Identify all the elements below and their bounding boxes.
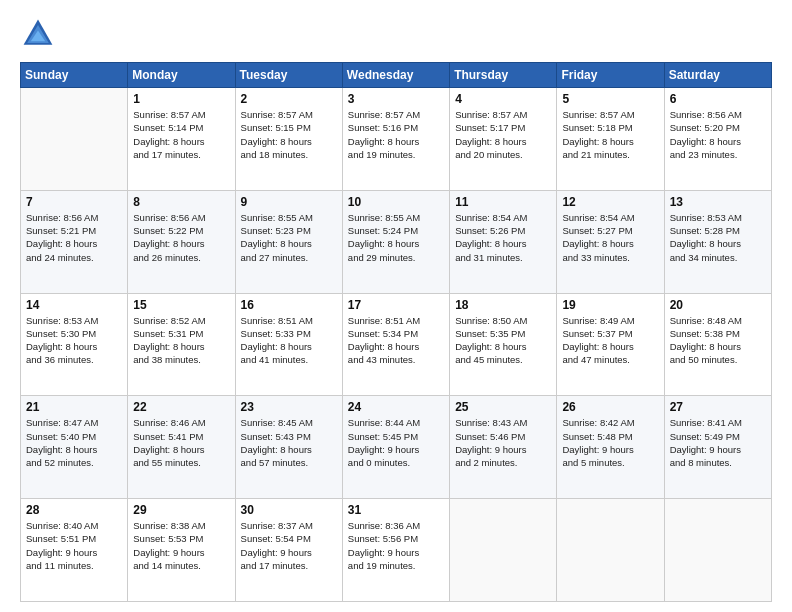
day-info: Sunrise: 8:37 AM Sunset: 5:54 PM Dayligh… xyxy=(241,519,337,572)
day-info: Sunrise: 8:42 AM Sunset: 5:48 PM Dayligh… xyxy=(562,416,658,469)
calendar-cell: 21Sunrise: 8:47 AM Sunset: 5:40 PM Dayli… xyxy=(21,396,128,499)
day-number: 4 xyxy=(455,92,551,106)
calendar-cell: 14Sunrise: 8:53 AM Sunset: 5:30 PM Dayli… xyxy=(21,293,128,396)
calendar-weekday-tuesday: Tuesday xyxy=(235,63,342,88)
day-number: 14 xyxy=(26,298,122,312)
day-info: Sunrise: 8:41 AM Sunset: 5:49 PM Dayligh… xyxy=(670,416,766,469)
day-info: Sunrise: 8:52 AM Sunset: 5:31 PM Dayligh… xyxy=(133,314,229,367)
day-info: Sunrise: 8:57 AM Sunset: 5:14 PM Dayligh… xyxy=(133,108,229,161)
calendar-cell: 23Sunrise: 8:45 AM Sunset: 5:43 PM Dayli… xyxy=(235,396,342,499)
day-info: Sunrise: 8:46 AM Sunset: 5:41 PM Dayligh… xyxy=(133,416,229,469)
day-number: 1 xyxy=(133,92,229,106)
day-number: 24 xyxy=(348,400,444,414)
calendar-weekday-sunday: Sunday xyxy=(21,63,128,88)
calendar-cell: 13Sunrise: 8:53 AM Sunset: 5:28 PM Dayli… xyxy=(664,190,771,293)
calendar-cell: 6Sunrise: 8:56 AM Sunset: 5:20 PM Daylig… xyxy=(664,88,771,191)
calendar-cell: 24Sunrise: 8:44 AM Sunset: 5:45 PM Dayli… xyxy=(342,396,449,499)
calendar-cell: 28Sunrise: 8:40 AM Sunset: 5:51 PM Dayli… xyxy=(21,499,128,602)
calendar-week-row: 21Sunrise: 8:47 AM Sunset: 5:40 PM Dayli… xyxy=(21,396,772,499)
calendar-cell: 12Sunrise: 8:54 AM Sunset: 5:27 PM Dayli… xyxy=(557,190,664,293)
calendar-weekday-wednesday: Wednesday xyxy=(342,63,449,88)
calendar-weekday-friday: Friday xyxy=(557,63,664,88)
day-number: 31 xyxy=(348,503,444,517)
day-info: Sunrise: 8:57 AM Sunset: 5:16 PM Dayligh… xyxy=(348,108,444,161)
calendar-weekday-saturday: Saturday xyxy=(664,63,771,88)
calendar-week-row: 14Sunrise: 8:53 AM Sunset: 5:30 PM Dayli… xyxy=(21,293,772,396)
calendar-cell: 18Sunrise: 8:50 AM Sunset: 5:35 PM Dayli… xyxy=(450,293,557,396)
calendar-cell: 31Sunrise: 8:36 AM Sunset: 5:56 PM Dayli… xyxy=(342,499,449,602)
calendar-cell: 11Sunrise: 8:54 AM Sunset: 5:26 PM Dayli… xyxy=(450,190,557,293)
logo-icon xyxy=(20,16,56,52)
day-number: 11 xyxy=(455,195,551,209)
calendar-week-row: 28Sunrise: 8:40 AM Sunset: 5:51 PM Dayli… xyxy=(21,499,772,602)
header xyxy=(20,16,772,52)
calendar-cell: 25Sunrise: 8:43 AM Sunset: 5:46 PM Dayli… xyxy=(450,396,557,499)
day-number: 3 xyxy=(348,92,444,106)
day-number: 7 xyxy=(26,195,122,209)
day-info: Sunrise: 8:56 AM Sunset: 5:21 PM Dayligh… xyxy=(26,211,122,264)
day-info: Sunrise: 8:51 AM Sunset: 5:33 PM Dayligh… xyxy=(241,314,337,367)
day-number: 30 xyxy=(241,503,337,517)
calendar-cell: 9Sunrise: 8:55 AM Sunset: 5:23 PM Daylig… xyxy=(235,190,342,293)
page: SundayMondayTuesdayWednesdayThursdayFrid… xyxy=(0,0,792,612)
calendar-cell xyxy=(557,499,664,602)
day-info: Sunrise: 8:36 AM Sunset: 5:56 PM Dayligh… xyxy=(348,519,444,572)
day-number: 15 xyxy=(133,298,229,312)
calendar-cell xyxy=(450,499,557,602)
calendar-header-row: SundayMondayTuesdayWednesdayThursdayFrid… xyxy=(21,63,772,88)
day-number: 17 xyxy=(348,298,444,312)
calendar-cell: 20Sunrise: 8:48 AM Sunset: 5:38 PM Dayli… xyxy=(664,293,771,396)
day-number: 26 xyxy=(562,400,658,414)
day-info: Sunrise: 8:54 AM Sunset: 5:27 PM Dayligh… xyxy=(562,211,658,264)
day-info: Sunrise: 8:55 AM Sunset: 5:24 PM Dayligh… xyxy=(348,211,444,264)
day-info: Sunrise: 8:38 AM Sunset: 5:53 PM Dayligh… xyxy=(133,519,229,572)
day-number: 13 xyxy=(670,195,766,209)
calendar-cell: 8Sunrise: 8:56 AM Sunset: 5:22 PM Daylig… xyxy=(128,190,235,293)
day-info: Sunrise: 8:43 AM Sunset: 5:46 PM Dayligh… xyxy=(455,416,551,469)
day-info: Sunrise: 8:54 AM Sunset: 5:26 PM Dayligh… xyxy=(455,211,551,264)
day-number: 25 xyxy=(455,400,551,414)
calendar-weekday-thursday: Thursday xyxy=(450,63,557,88)
calendar-cell: 3Sunrise: 8:57 AM Sunset: 5:16 PM Daylig… xyxy=(342,88,449,191)
calendar-cell: 27Sunrise: 8:41 AM Sunset: 5:49 PM Dayli… xyxy=(664,396,771,499)
day-info: Sunrise: 8:57 AM Sunset: 5:18 PM Dayligh… xyxy=(562,108,658,161)
day-number: 10 xyxy=(348,195,444,209)
calendar-week-row: 1Sunrise: 8:57 AM Sunset: 5:14 PM Daylig… xyxy=(21,88,772,191)
calendar-cell: 2Sunrise: 8:57 AM Sunset: 5:15 PM Daylig… xyxy=(235,88,342,191)
day-info: Sunrise: 8:47 AM Sunset: 5:40 PM Dayligh… xyxy=(26,416,122,469)
day-number: 18 xyxy=(455,298,551,312)
day-info: Sunrise: 8:44 AM Sunset: 5:45 PM Dayligh… xyxy=(348,416,444,469)
day-info: Sunrise: 8:53 AM Sunset: 5:28 PM Dayligh… xyxy=(670,211,766,264)
day-number: 21 xyxy=(26,400,122,414)
day-info: Sunrise: 8:49 AM Sunset: 5:37 PM Dayligh… xyxy=(562,314,658,367)
day-info: Sunrise: 8:55 AM Sunset: 5:23 PM Dayligh… xyxy=(241,211,337,264)
calendar-cell: 16Sunrise: 8:51 AM Sunset: 5:33 PM Dayli… xyxy=(235,293,342,396)
calendar-cell: 17Sunrise: 8:51 AM Sunset: 5:34 PM Dayli… xyxy=(342,293,449,396)
day-info: Sunrise: 8:57 AM Sunset: 5:15 PM Dayligh… xyxy=(241,108,337,161)
day-number: 27 xyxy=(670,400,766,414)
day-info: Sunrise: 8:48 AM Sunset: 5:38 PM Dayligh… xyxy=(670,314,766,367)
day-number: 2 xyxy=(241,92,337,106)
logo xyxy=(20,16,60,52)
day-info: Sunrise: 8:53 AM Sunset: 5:30 PM Dayligh… xyxy=(26,314,122,367)
calendar-cell: 29Sunrise: 8:38 AM Sunset: 5:53 PM Dayli… xyxy=(128,499,235,602)
calendar-cell: 4Sunrise: 8:57 AM Sunset: 5:17 PM Daylig… xyxy=(450,88,557,191)
calendar-cell: 7Sunrise: 8:56 AM Sunset: 5:21 PM Daylig… xyxy=(21,190,128,293)
calendar-cell: 26Sunrise: 8:42 AM Sunset: 5:48 PM Dayli… xyxy=(557,396,664,499)
day-number: 9 xyxy=(241,195,337,209)
day-info: Sunrise: 8:50 AM Sunset: 5:35 PM Dayligh… xyxy=(455,314,551,367)
calendar-cell: 5Sunrise: 8:57 AM Sunset: 5:18 PM Daylig… xyxy=(557,88,664,191)
calendar-cell xyxy=(21,88,128,191)
day-info: Sunrise: 8:51 AM Sunset: 5:34 PM Dayligh… xyxy=(348,314,444,367)
calendar-cell: 10Sunrise: 8:55 AM Sunset: 5:24 PM Dayli… xyxy=(342,190,449,293)
calendar-week-row: 7Sunrise: 8:56 AM Sunset: 5:21 PM Daylig… xyxy=(21,190,772,293)
day-number: 19 xyxy=(562,298,658,312)
calendar-cell: 15Sunrise: 8:52 AM Sunset: 5:31 PM Dayli… xyxy=(128,293,235,396)
calendar-table: SundayMondayTuesdayWednesdayThursdayFrid… xyxy=(20,62,772,602)
day-number: 23 xyxy=(241,400,337,414)
day-number: 12 xyxy=(562,195,658,209)
calendar-cell xyxy=(664,499,771,602)
day-number: 5 xyxy=(562,92,658,106)
day-number: 8 xyxy=(133,195,229,209)
calendar-weekday-monday: Monday xyxy=(128,63,235,88)
